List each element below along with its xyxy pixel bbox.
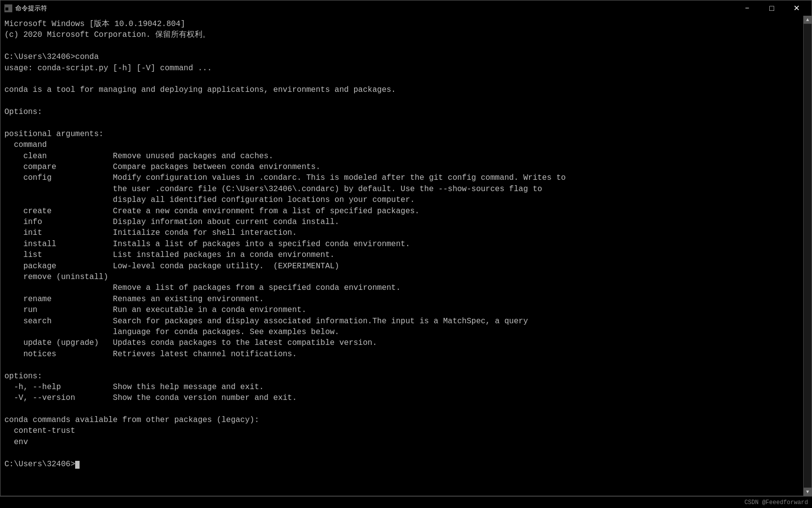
scrollbar-up-button[interactable]: ▲: [804, 16, 812, 24]
statusbar-text: CSDN @Feeedforward: [744, 499, 808, 506]
close-button[interactable]: ✕: [785, 0, 808, 16]
content-area: Microsoft Windows [版本 10.0.19042.804] (c…: [0, 16, 812, 496]
scrollbar[interactable]: ▲ ▼: [803, 16, 812, 496]
maximize-button[interactable]: □: [760, 0, 783, 16]
window-title: 命令提示符: [15, 4, 47, 13]
svg-text:■: ■: [5, 6, 8, 11]
titlebar-left: ■ 命令提示符: [4, 4, 47, 13]
scrollbar-track[interactable]: [804, 24, 812, 487]
window: ■ 命令提示符 － □ ✕ Microsoft Windows [版本 10.0…: [0, 0, 812, 508]
cursor: [75, 461, 80, 469]
window-controls: － □ ✕: [736, 0, 808, 16]
terminal-output[interactable]: Microsoft Windows [版本 10.0.19042.804] (c…: [0, 16, 803, 496]
terminal-icon: ■: [4, 4, 12, 12]
scrollbar-down-button[interactable]: ▼: [804, 487, 812, 496]
titlebar: ■ 命令提示符 － □ ✕: [0, 0, 812, 16]
statusbar: CSDN @Feeedforward: [0, 496, 812, 508]
minimize-button[interactable]: －: [736, 0, 758, 16]
